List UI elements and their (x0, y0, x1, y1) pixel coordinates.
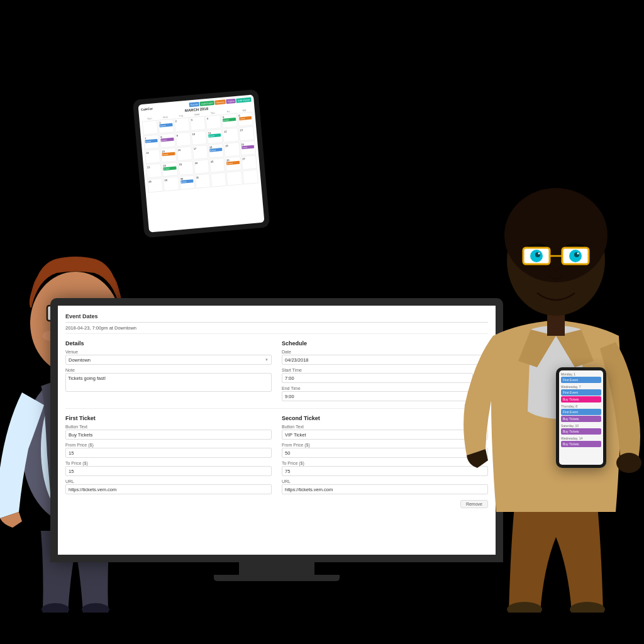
note-label: Note (65, 368, 272, 372)
first-url-label: URL (65, 479, 272, 484)
form-main-columns: Details Venue Downtown Note Tickets goin… (65, 338, 488, 404)
phone-row-5: Wednesday, 14 Buy Tickets (561, 436, 601, 447)
phone-device: Monday, 1 First Event Wednesday, 7 First… (556, 367, 606, 468)
phone-event-3a: First Event (561, 409, 601, 415)
venue-field-group: Venue Downtown (65, 350, 272, 365)
note-field-group: Note Tickets going fast! (65, 368, 272, 392)
first-from-price-label: From Price ($) (65, 443, 272, 447)
first-button-text-group: Button Text Buy Tickets (65, 425, 272, 440)
venue-select[interactable]: Downtown (65, 355, 272, 365)
phone-day-label-2: Wednesday, 7 (561, 385, 601, 389)
monitor-device: Event Dates 2018-04-23, 7:00pm at Downto… (50, 298, 503, 581)
phone-body: Monday, 1 First Event Wednesday, 7 First… (556, 367, 606, 468)
tablet-device: CaleCer Events Add Event Venues Topics A… (133, 89, 270, 238)
form-content: Event Dates 2018-04-23, 7:00pm at Downto… (65, 313, 488, 547)
phone-event-2b: Buy Tickets (561, 396, 601, 402)
scene: CaleCer Events Add Event Venues Topics A… (0, 0, 644, 644)
venue-label: Venue (65, 350, 272, 354)
first-url-group: URL https://tickets.vem.com (65, 479, 272, 494)
monitor-stand (239, 562, 314, 575)
svg-point-29 (616, 453, 641, 473)
monitor-base (214, 575, 340, 581)
first-button-text-input[interactable]: Buy Tickets (65, 430, 272, 440)
monitor-screen: Event Dates 2018-04-23, 7:00pm at Downto… (50, 298, 503, 562)
phone-day-label-5: Wednesday, 14 (561, 436, 601, 440)
first-to-price-group: To Price ($) 15 (65, 461, 272, 476)
phone-day-label-4: Saturday, 10 (561, 424, 601, 428)
tablet-app-name: CaleCer (141, 106, 153, 111)
first-from-price-group: From Price ($) 15 (65, 443, 272, 458)
tickets-columns: First Ticket Button Text Buy Tickets Fro… (65, 413, 488, 508)
phone-row-4: Saturday, 10 Buy Tickets (561, 424, 601, 435)
form-title: Event Dates (65, 313, 488, 323)
svg-point-19 (504, 188, 608, 282)
first-ticket-column: First Ticket Button Text Buy Tickets Fro… (65, 413, 272, 508)
phone-event-5: Buy Tickets (561, 441, 601, 447)
phone-event-2a: First Event (561, 389, 601, 396)
end-time-input[interactable]: 9:00 (282, 391, 473, 401)
section-divider (65, 408, 488, 409)
first-from-price-input[interactable]: 15 (65, 448, 272, 458)
svg-point-28 (577, 253, 579, 255)
phone-event-1: First Event (561, 377, 601, 383)
first-to-price-label: To Price ($) (65, 461, 272, 465)
phone-day-label-1: Monday, 1 (561, 372, 601, 376)
phone-event-4: Buy Tickets (561, 428, 601, 435)
note-textarea[interactable]: Tickets going fast! (65, 373, 272, 392)
svg-point-27 (538, 253, 540, 255)
phone-row-2: Wednesday, 7 First Event Buy Tickets (561, 385, 601, 402)
details-column: Details Venue Downtown Note Tickets goin… (65, 338, 272, 404)
start-time-input[interactable]: 7:00 (282, 373, 473, 383)
event-date-line: 2018-04-23, 7:00pm at Downtown (65, 325, 488, 334)
first-ticket-title: First Ticket (65, 415, 272, 421)
phone-row-1: Monday, 1 First Event (561, 372, 601, 383)
phone-event-3b: Buy Tickets (561, 416, 601, 422)
tablet-btn-venues[interactable]: Venues (214, 99, 226, 104)
phone-row-3: Thursday, 8 First Event Buy Tickets (561, 404, 601, 422)
tablet-btn-add-event[interactable]: Add Event (200, 101, 214, 106)
details-section-title: Details (65, 340, 272, 347)
tablet-btn-add-venue[interactable]: Add Venue (236, 97, 252, 103)
first-to-price-input[interactable]: 15 (65, 466, 272, 476)
character-right (455, 97, 644, 613)
first-button-text-label: Button Text (65, 425, 272, 429)
phone-day-label-3: Thursday, 8 (561, 404, 601, 408)
phone-screen: Monday, 1 First Event Wednesday, 7 First… (559, 370, 603, 465)
first-url-input[interactable]: https://tickets.vem.com (65, 484, 272, 494)
tablet-btn-topics[interactable]: Topics (226, 99, 236, 104)
tablet-btn-events[interactable]: Events (189, 102, 200, 107)
